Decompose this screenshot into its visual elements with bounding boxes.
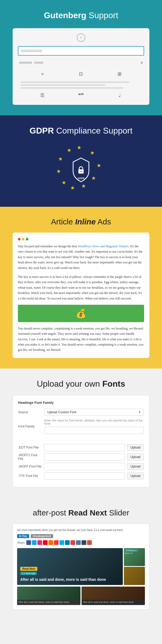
tumblr-icon[interactable] <box>82 540 86 545</box>
rn-image-overlay: Read Next 0.1 New Age After all is said … <box>20 567 106 582</box>
fonts-section: Upload your own Fonts Headings Font Fami… <box>0 368 162 498</box>
rn-tags: In You Uncategorized <box>17 534 145 538</box>
readnext-title: after-post Read Next Slider <box>5 508 157 517</box>
source-select[interactable]: Upload Custom Font ▼ <box>44 409 144 416</box>
fonts-title-bold: Fonts <box>102 379 125 389</box>
block-icons-row-1: ≡ ⊡ ⊞ <box>18 70 144 78</box>
yt-icon[interactable] <box>70 540 75 545</box>
wp-link[interactable]: WordPress News and Magazine Themes <box>78 244 129 248</box>
reddit-icon[interactable] <box>48 540 53 545</box>
article-paragraph-3: You should never complain, complaining i… <box>18 326 144 353</box>
window-dots <box>18 238 144 240</box>
ads-title-bold: Inline <box>75 217 95 226</box>
woff2-label: .WOFF2 Font File <box>18 453 42 461</box>
rn-bottom-img-1 <box>17 587 80 600</box>
small-badge: 0.1 New Age <box>20 572 37 575</box>
gdpr-section: GDPR Compliance Support ★ ★ ★ ★ ★ ★ ★ ★ <box>0 115 162 207</box>
ads-title-normal: Article <box>51 217 75 226</box>
facebook-icon[interactable] <box>26 540 31 545</box>
stumble-icon[interactable] <box>54 540 59 545</box>
gallery-icon[interactable]: ⊞ <box>115 71 124 77</box>
eot-label: .EOT Font File <box>18 446 42 449</box>
woff2-upload-button[interactable]: Upload <box>127 454 144 460</box>
rn-share-row: Share <box>17 540 145 545</box>
woff-input[interactable] <box>44 463 125 470</box>
font-family-desc: Enter the value for 'font-family' attrib… <box>44 419 144 425</box>
eot-upload-button[interactable]: Upload <box>127 444 144 451</box>
gdpr-emblem-container: ★ ★ ★ ★ ★ ★ ★ ★ ★ ★ <box>5 144 157 196</box>
text-line-2 <box>21 84 105 86</box>
skype-icon[interactable] <box>59 540 64 545</box>
paragraph-icon[interactable]: ≡ <box>38 71 47 77</box>
woff-upload-button[interactable]: Upload <box>127 463 144 470</box>
toolbar-bar-2 <box>34 62 43 64</box>
woff-row: .WOFF Font File Upload <box>18 463 144 470</box>
font-family-input[interactable] <box>44 427 144 434</box>
rn-thumb-2 <box>124 567 145 585</box>
ad-banner[interactable]: 💰 <box>18 305 144 322</box>
rn-article-title: After all is said and done, more is said… <box>20 577 106 582</box>
readnext-title-normal: after-post <box>33 508 68 517</box>
instagram-icon[interactable] <box>37 540 42 545</box>
source-row: Source Upload Custom Font ▼ <box>18 409 144 416</box>
ttf-row: .TTF Font File Upload <box>18 472 144 480</box>
ttf-upload-button[interactable]: Upload <box>127 473 144 479</box>
rn-top-text: but more importantly when you get out th… <box>17 528 145 532</box>
dot-green <box>26 238 28 240</box>
pinterest-icon[interactable] <box>43 540 48 545</box>
font-family-section: Font Family Enter the value for 'font-fa… <box>18 419 144 441</box>
ttf-input[interactable] <box>44 472 125 480</box>
input-placeholder <box>21 50 42 52</box>
gdpr-emblem: ★ ★ ★ ★ ★ ★ ★ ★ ★ ★ <box>55 144 107 196</box>
svg-text:★: ★ <box>97 163 101 168</box>
coin-icon: 💰 <box>76 308 86 318</box>
svg-text:★: ★ <box>58 156 63 162</box>
chevron-up-icon[interactable]: ∧ <box>140 60 143 65</box>
fonts-title: Upload your own Fonts <box>5 379 157 389</box>
gplus-icon[interactable] <box>87 540 92 545</box>
text-line-3 <box>21 87 123 89</box>
block-toolbar: ∧ <box>18 59 144 67</box>
rn-image-bg: Read Next 0.1 New Age After all is said … <box>17 548 123 585</box>
block-search-input[interactable] <box>18 46 144 56</box>
text-lines <box>18 81 144 91</box>
eot-input[interactable] <box>44 444 125 451</box>
audio-icon[interactable]: ♩ <box>115 92 124 99</box>
rn-content-area: Growing ve... March 20 Read Next 0.1 New… <box>17 548 145 585</box>
rn-thumb-1: Growing ve... March 20 <box>124 548 145 566</box>
image-icon[interactable]: ⊡ <box>77 71 85 77</box>
toolbar-bar-1 <box>19 62 32 64</box>
svg-text:★: ★ <box>70 185 75 191</box>
svg-text:★: ★ <box>62 180 66 185</box>
twitter-icon[interactable] <box>32 540 37 545</box>
thumb-date-1: March 20 <box>125 552 144 554</box>
fonts-section-title: Headings Font Family <box>18 401 144 405</box>
rn-bottom-item-1[interactable]: After all is said and done, more is said… <box>17 587 80 605</box>
gutenberg-title-bold: Gutenberg <box>44 11 87 20</box>
vk-icon[interactable] <box>76 540 81 545</box>
gdpr-title: GDPR Compliance Support <box>5 126 157 136</box>
gutenberg-title-light: Support <box>86 11 118 20</box>
list-icon[interactable]: ☰ <box>38 92 47 99</box>
rn-bottom-item-2[interactable]: After all is said and done, more is said… <box>82 587 145 605</box>
fonts-mockup: Headings Font Family Source Upload Custo… <box>13 395 149 487</box>
linkedin-icon[interactable] <box>65 540 70 545</box>
woff2-input[interactable] <box>44 453 125 461</box>
source-select-value: Upload Custom Font <box>47 410 76 414</box>
dot-red <box>18 238 21 240</box>
rn-tag-uncategorized[interactable]: Uncategorized <box>31 534 53 538</box>
gutenberg-section: Gutenberg Support + ∧ ≡ ⊡ ⊞ ☰ ❝❞ <box>0 0 162 115</box>
rn-thumb-1-text: Growing ve... March 20 <box>124 548 145 556</box>
svg-text:★: ★ <box>67 147 72 153</box>
rn-bottom-text-2: After all is said and done, more is said… <box>82 600 145 605</box>
ttf-label: .TTF Font File <box>18 474 42 478</box>
eot-row: .EOT Font File Upload <box>18 444 144 451</box>
woff2-row: .WOFF2 Font File Upload <box>18 453 144 461</box>
quote-icon[interactable]: ❝❞ <box>77 92 85 99</box>
source-label: Source <box>18 410 42 414</box>
rn-tag-in-you[interactable]: In You <box>17 534 29 538</box>
readnext-section: after-post Read Next Slider but more imp… <box>0 498 162 620</box>
add-block-icon[interactable]: + <box>77 33 85 42</box>
rn-bottom-row: After all is said and done, more is said… <box>17 587 145 605</box>
rn-share-label: Share <box>17 541 25 544</box>
